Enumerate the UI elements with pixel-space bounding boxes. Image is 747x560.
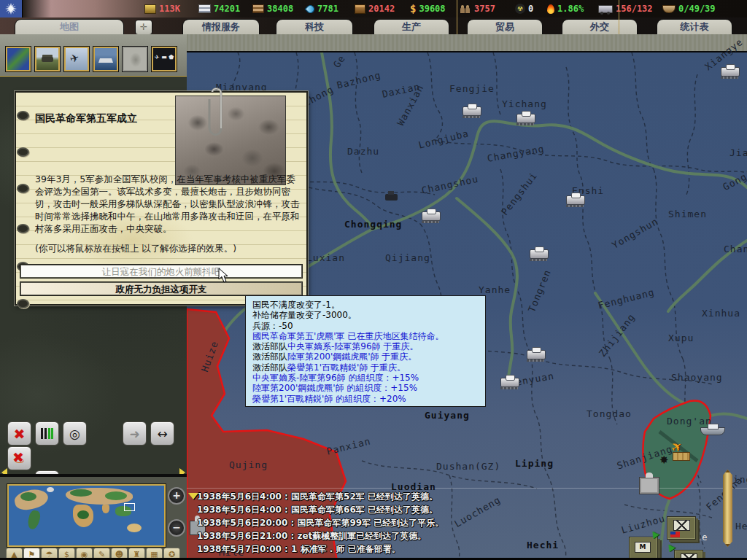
divider <box>457 0 457 34</box>
resource-energy: 113K <box>144 3 180 15</box>
attack-cancel-button[interactable]: ✖ <box>7 421 31 446</box>
spiral-ring <box>17 184 29 193</box>
stack-split-button[interactable]: ↔ <box>150 421 174 446</box>
land-unit-sprite[interactable] <box>530 249 549 259</box>
strategic-redeploy-button[interactable]: ➜ <box>123 421 147 446</box>
minimap-view-rectangle[interactable] <box>124 503 135 511</box>
supplies-value: 20142 <box>368 4 395 14</box>
log-entry: 1938年5月6日4:00 : 国民革命军第66军 已经到达了英德。 <box>197 503 540 516</box>
province-label-luxian: Luxian <box>306 252 345 263</box>
minimap-forest-patch <box>77 510 89 519</box>
money-icon: $ <box>410 3 416 15</box>
land-units-button[interactable] <box>35 47 60 71</box>
combat-explosion-icon[interactable]: ✸ <box>659 454 669 467</box>
province-label-liping: Liping <box>515 458 554 469</box>
province-label-le: le <box>696 532 708 542</box>
minimap-forest-patch <box>20 492 36 501</box>
tab-intelligence[interactable]: 情报服务 <box>182 19 260 34</box>
resource-dissent: 1.86% <box>547 3 584 15</box>
roc-mini-flag <box>670 532 680 537</box>
land-unit-sprite[interactable] <box>422 211 441 221</box>
event-option-2-button[interactable]: 政府无力负担这项开支 <box>20 282 302 295</box>
energy-icon <box>144 4 156 14</box>
province-label-yichang: Yichang <box>502 98 547 109</box>
province-label-dongan: Dong'an <box>667 416 712 427</box>
transports-icon <box>662 5 676 13</box>
resource-manpower: 3757 <box>460 3 495 15</box>
log-entry: 1938年5月6日21:00 : zet蘇械整訓軍已经到达了英德。 <box>197 529 540 542</box>
province-label-qijiang: Qijiang <box>385 252 430 263</box>
land-unit-sprite[interactable] <box>721 67 740 77</box>
message-log: 1938年5月6日4:00 : 国民革命军第52军 已经到达了英德。1938年5… <box>197 490 540 556</box>
land-unit-sprite[interactable] <box>527 350 546 359</box>
land-unit-sprite[interactable] <box>500 378 519 387</box>
tooltip-line: 陸軍第200'鋼鐵虎羆'師 的組织度：+15% <box>252 383 485 393</box>
division-counter-mechanized[interactable]: M <box>629 537 658 560</box>
province-label-guiyang: Guiyang <box>425 410 470 421</box>
log-collapse-arrow[interactable] <box>188 493 198 499</box>
air-units-button[interactable] <box>64 47 89 71</box>
event-dialog: 国民革命军第五军成立 39年3月，5军参加全国军队校阅，在当年军事考核中被重庆军… <box>15 91 308 306</box>
province-label-dushangz: Dushan(GZ) <box>436 461 500 472</box>
metal-value: 74201 <box>214 4 240 14</box>
tab-trade[interactable]: 贸易 <box>467 19 543 34</box>
zoom-out-button[interactable]: − <box>168 519 185 537</box>
drag-handle-button[interactable]: ✛ <box>135 20 152 35</box>
enemy-unit-sprite[interactable] <box>385 194 398 201</box>
game-screen: 113K7420138408778120142$396083757☢01.86%… <box>0 0 747 560</box>
spiral-ring <box>17 224 29 233</box>
naval-units-button[interactable] <box>93 47 118 71</box>
map-scrollbar[interactable] <box>723 470 732 547</box>
province-label-fengjie: Fengjie <box>449 83 495 94</box>
main-tab-bar: 地图情报服务科技生产贸易外交统计表 ✛ <box>0 18 747 34</box>
mouse-cursor <box>218 268 230 284</box>
event-photo <box>175 96 286 185</box>
event-title: 国民革命军第五军成立 <box>35 112 137 125</box>
zoom-in-button[interactable]: + <box>168 487 185 505</box>
world-map-button[interactable] <box>6 47 31 71</box>
nuke-icon: ☢ <box>515 4 525 14</box>
spiral-ring <box>17 299 29 308</box>
minimap-south-america <box>26 510 42 531</box>
tooltip-line: 补给储存量改变了-3000。 <box>252 310 485 320</box>
event-option-1-button[interactable]: 让日寇在我们的炮火前颤抖吧 <box>20 265 302 278</box>
money-value: 39608 <box>419 4 445 14</box>
province-label-jian: Jian <box>729 147 747 158</box>
resource-rares: 38408 <box>252 3 293 15</box>
tab-statistics[interactable]: 统计表 <box>657 19 732 34</box>
transports-value: 0/49/39 <box>678 4 716 14</box>
units-overview-button[interactable] <box>152 47 177 71</box>
oil-icon <box>305 3 317 15</box>
tab-diplomacy[interactable]: 外交 <box>562 19 638 34</box>
tab-production[interactable]: 生产 <box>374 19 449 34</box>
minimap-australia <box>127 524 142 532</box>
manpower-icon <box>460 4 471 13</box>
province-label-shaoyang: Shaoyang <box>671 372 723 383</box>
land-unit-sprite[interactable] <box>516 114 535 123</box>
target-button[interactable]: ◎ <box>63 421 87 446</box>
unit-strength-button[interactable] <box>35 421 59 446</box>
province-label-qujing: Qujing <box>229 459 268 470</box>
resource-convoys: 156/132 <box>598 3 653 15</box>
province-label-yanhe: Yanhe <box>479 284 511 295</box>
scorched-earth-off-button[interactable]: ♨ <box>7 446 31 470</box>
country-flag-roc <box>0 0 23 18</box>
land-unit-sprite[interactable] <box>566 195 585 205</box>
city-sprite[interactable] <box>639 477 659 494</box>
minimap-panel: + − ▲⚑☂$◉✎☻♜▦✪ <box>0 474 187 560</box>
minimap[interactable] <box>7 484 166 547</box>
resource-oil: 7781 <box>306 3 338 15</box>
tooltip-line: 激活部队中央軍嫡系-陸軍第96師 于重庆。 <box>252 341 485 351</box>
supplies-icon <box>355 4 365 14</box>
mechanized-nato-icon: M <box>635 542 651 553</box>
tab-technology[interactable]: 科技 <box>276 19 353 34</box>
divider <box>619 0 619 34</box>
supply-crate-icon[interactable] <box>673 452 690 461</box>
division-counter-infantry[interactable] <box>667 516 696 540</box>
resource-supplies: 20142 <box>355 3 395 15</box>
land-unit-sprite[interactable] <box>462 106 481 116</box>
event-hint-text: (你可以将鼠标放在按钮上 以了解你选择的效果。) <box>35 243 236 255</box>
tab-map[interactable]: 地图 <box>15 19 124 35</box>
naval-unit-sprite[interactable] <box>700 427 725 435</box>
tooltip-line: 激活部队榮譽第1'百戰精鋭'師 于重庆。 <box>252 362 485 373</box>
